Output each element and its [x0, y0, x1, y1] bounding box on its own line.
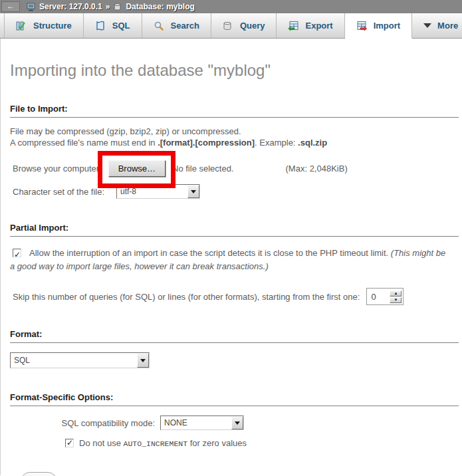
autoinc-code: AUTO_INCREMENT [124, 439, 188, 448]
breadcrumb-separator: » [106, 2, 110, 11]
interrupt-text: Allow the interruption of an import in c… [29, 248, 391, 258]
compression-line1: File may be compressed (gzip, bzip2, zip… [10, 126, 241, 136]
compression-line2-mid: . Example: [255, 138, 298, 148]
skip-value: 0 [368, 292, 390, 302]
breadcrumb: Server: 127.0.0.1 » Database: myblog [27, 2, 195, 11]
interrupt-checkbox[interactable] [13, 249, 21, 257]
compression-line2-prefix: A compressed file's name must end in [10, 138, 158, 148]
dropdown-arrow-icon[interactable] [187, 185, 199, 198]
charset-row: Character set of the file: utf-8 [13, 184, 462, 199]
autoinc-prefix: Do not use [79, 438, 124, 448]
section-heading-partial-import: Partial Import: [10, 223, 459, 237]
format-selected-value: SQL [11, 353, 137, 368]
breadcrumb-database[interactable]: Database: myblog [126, 2, 194, 11]
export-icon [288, 21, 299, 31]
tab-label: More [437, 21, 458, 31]
tab-label: SQL [112, 21, 130, 31]
format-select[interactable]: SQL [10, 352, 150, 368]
partial-import-option: Allow the interruption of an import in c… [10, 247, 453, 273]
tab-structure[interactable]: Structure [4, 13, 84, 38]
charset-label: Character set of the file: [13, 187, 104, 197]
breadcrumb-bar: ← Server: 127.0.0.1 » Database: myblog [0, 0, 462, 13]
tab-search[interactable]: Search [142, 13, 211, 38]
auto-increment-text: Do not use AUTO_INCREMENT for zero value… [79, 438, 247, 448]
compression-help-text: File may be compressed (gzip, bzip2, zip… [10, 126, 453, 148]
charset-select[interactable]: utf-8 [116, 184, 200, 199]
tab-label: Search [171, 21, 199, 31]
compat-select[interactable]: NONE [160, 416, 244, 430]
structure-icon [16, 21, 27, 31]
skip-number-input[interactable]: 0 ▲ ▼ [366, 288, 404, 305]
compat-selected-value: NONE [161, 416, 231, 429]
chevron-down-icon [423, 23, 431, 28]
browse-button[interactable]: Browse… [108, 160, 166, 177]
go-button[interactable]: Go [21, 472, 57, 476]
format-row: SQL [10, 352, 462, 368]
compression-format-pattern: .[format].[compression] [158, 138, 255, 148]
spinner-down-icon[interactable]: ▼ [390, 297, 402, 303]
section-heading-file-to-import: File to Import: [10, 104, 459, 118]
import-page: Importing into the database "myblog" Fil… [0, 39, 462, 475]
sql-compatibility-row: SQL compatibility mode: NONE [1, 416, 462, 430]
section-heading-format: Format: [10, 329, 459, 343]
charset-selected-value: utf-8 [117, 185, 187, 198]
autoinc-suffix: for zero values [187, 438, 247, 448]
database-icon [113, 3, 122, 11]
file-upload-row: Browse your computer: Browse… No file se… [13, 159, 462, 178]
dropdown-arrow-icon[interactable] [137, 353, 149, 368]
tab-sql[interactable]: SQL [84, 13, 142, 38]
tab-label: Structure [33, 21, 72, 31]
tab-query[interactable]: Query [211, 13, 277, 38]
tab-more[interactable]: More [412, 13, 462, 38]
auto-increment-row: Do not use AUTO_INCREMENT for zero value… [65, 438, 462, 448]
section-heading-format-specific: Format-Specific Options: [10, 392, 459, 406]
dropdown-arrow-icon[interactable] [231, 416, 243, 429]
tab-label: Import [374, 21, 400, 31]
server-icon [27, 3, 36, 11]
compat-label: SQL compatibility mode: [1, 418, 160, 428]
search-icon [154, 21, 165, 31]
tab-import[interactable]: Import [345, 13, 412, 39]
skip-queries-row: Skip this number of queries (for SQL) or… [13, 288, 462, 305]
back-arrow-icon[interactable]: ← [1, 1, 20, 12]
spinner-up-icon[interactable]: ▲ [390, 291, 402, 297]
page-title: Importing into the database "myblog" [1, 39, 462, 80]
tab-label: Query [240, 21, 265, 31]
compression-example: .sql.zip [298, 138, 327, 148]
browse-label: Browse your computer: [13, 164, 102, 174]
no-file-selected-text: No file selected. [172, 164, 234, 174]
tab-bar: Structure SQL Search Query Export Import… [0, 13, 462, 39]
query-icon [223, 21, 234, 31]
tab-label: Export [305, 21, 332, 31]
sql-icon [95, 21, 106, 31]
breadcrumb-server[interactable]: Server: 127.0.0.1 [39, 2, 102, 11]
tab-export[interactable]: Export [277, 13, 344, 38]
import-icon [356, 21, 368, 31]
auto-increment-checkbox[interactable] [65, 439, 74, 447]
max-size-text: (Max: 2,048KiB) [286, 164, 348, 174]
skip-label: Skip this number of queries (for SQL) or… [13, 292, 360, 302]
